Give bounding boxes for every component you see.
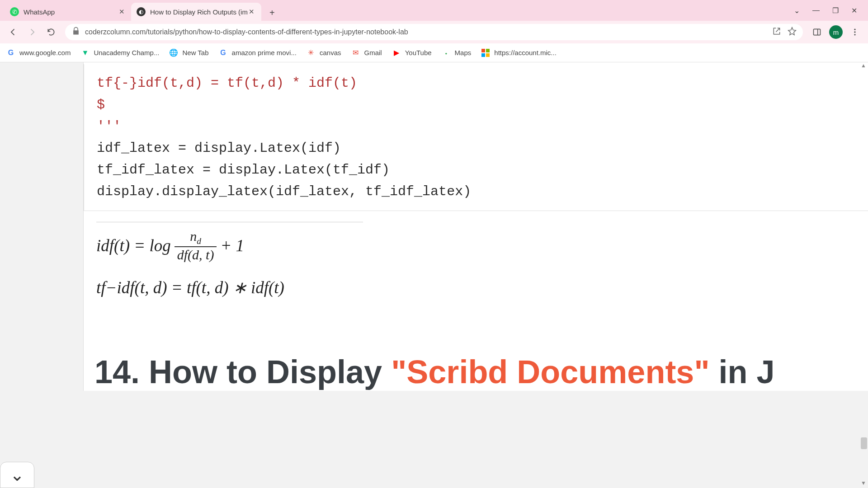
notebook-area: tf{-}idf(t,d) = tf(t,d) * idf(t) $ ''' i… <box>83 62 868 391</box>
bookmark-youtube[interactable]: ▶YouTube <box>392 48 432 57</box>
tab-article[interactable]: ◐ How to Display Rich Outputs (im ✕ <box>131 3 261 21</box>
expand-panel-button[interactable]: ⌄ <box>0 462 34 488</box>
minimize-icon[interactable]: — <box>812 6 820 14</box>
google-icon: G <box>6 48 15 57</box>
svg-point-2 <box>854 29 855 30</box>
bookmark-bar: Gwww.google.com ▼Unacademy Champ... 🌐New… <box>0 43 868 62</box>
svg-point-3 <box>854 31 855 33</box>
url-bar[interactable]: coderzcolumn.com/tutorials/python/how-to… <box>65 24 803 40</box>
page-left-margin <box>0 62 83 488</box>
code-cell: tf{-}idf(t,d) = tf(t,d) * idf(t) $ ''' i… <box>84 64 868 211</box>
bookmark-maps[interactable]: ⬩Maps <box>442 48 472 57</box>
close-icon[interactable]: ✕ <box>118 8 126 16</box>
new-tab-button[interactable]: + <box>264 5 280 21</box>
code-line: idf_latex = display.Latex(idf) <box>97 137 855 159</box>
svg-rect-7 <box>481 53 485 57</box>
code-line: $ <box>97 94 855 116</box>
window-controls: ⌄ — ❐ ✕ <box>794 0 868 21</box>
profile-avatar[interactable]: m <box>829 25 843 39</box>
section-heading: 14. How to Display "Scribd Documents" in… <box>84 326 868 391</box>
svg-rect-8 <box>486 53 490 57</box>
svg-rect-6 <box>486 49 490 52</box>
bookmark-amazon[interactable]: Gamazon prime movi... <box>219 48 297 57</box>
bookmark-microsoft[interactable]: https://account.mic... <box>481 48 557 57</box>
bookmark-gmail[interactable]: ✉Gmail <box>351 48 382 57</box>
code-line: display.display_latex(idf_latex, tf_idf_… <box>97 181 855 202</box>
math-equation-1: idf(t) = log nd df(d, t) + 1 <box>96 229 855 263</box>
scroll-thumb[interactable] <box>861 437 867 449</box>
tab-title: WhatsApp <box>24 8 118 16</box>
code-line: ''' <box>97 116 855 137</box>
youtube-icon: ▶ <box>392 48 401 57</box>
reload-button[interactable] <box>43 24 59 40</box>
gmail-icon: ✉ <box>351 48 360 57</box>
maps-icon: ⬩ <box>442 48 451 57</box>
page-content: tf{-}idf(t,d) = tf(t,d) * idf(t) $ ''' i… <box>0 62 868 488</box>
menu-icon[interactable] <box>847 24 863 40</box>
svg-rect-0 <box>814 29 821 35</box>
output-divider <box>96 222 363 222</box>
whatsapp-icon: ✆ <box>10 7 19 16</box>
svg-rect-5 <box>481 49 485 52</box>
bookmark-newtab[interactable]: 🌐New Tab <box>169 48 208 57</box>
tab-search-icon[interactable]: ⌄ <box>794 6 800 15</box>
url-text: coderzcolumn.com/tutorials/python/how-to… <box>85 28 772 36</box>
site-icon: ◐ <box>137 7 146 16</box>
bookmark-unacademy[interactable]: ▼Unacademy Champ... <box>80 48 159 57</box>
sidepanel-icon[interactable] <box>809 24 825 40</box>
math-equation-2: tf−idf(t, d) = tf(t, d) ∗ idf(t) <box>96 278 855 297</box>
tab-whatsapp[interactable]: ✆ WhatsApp ✕ <box>5 3 131 21</box>
google-icon: G <box>219 48 228 57</box>
tab-bar: ✆ WhatsApp ✕ ◐ How to Display Rich Outpu… <box>0 0 868 21</box>
close-icon[interactable]: ✕ <box>248 8 256 16</box>
output-cell: idf(t) = log nd df(d, t) + 1 tf−idf(t, d… <box>84 211 868 326</box>
code-line: tf{-}idf(t,d) = tf(t,d) * idf(t) <box>97 72 855 94</box>
unacademy-icon: ▼ <box>80 48 90 57</box>
star-icon[interactable] <box>788 27 797 38</box>
scrollbar[interactable]: ▲ ▼ <box>860 62 867 488</box>
scroll-up-icon[interactable]: ▲ <box>860 62 867 70</box>
canvas-icon: ✳ <box>307 48 316 57</box>
microsoft-icon <box>481 48 490 57</box>
scroll-down-icon[interactable]: ▼ <box>860 480 867 488</box>
forward-button[interactable] <box>24 24 40 40</box>
lock-icon <box>71 27 80 38</box>
nav-bar: coderzcolumn.com/tutorials/python/how-to… <box>0 21 868 43</box>
share-icon[interactable] <box>772 27 781 38</box>
chevron-down-icon: ⌄ <box>10 465 24 485</box>
bookmark-google[interactable]: Gwww.google.com <box>6 48 71 57</box>
tab-title: How to Display Rich Outputs (im <box>150 8 248 16</box>
code-line: tf_idf_latex = display.Latex(tf_idf) <box>97 159 855 181</box>
svg-point-4 <box>854 34 855 35</box>
globe-icon: 🌐 <box>169 48 178 57</box>
window-close-icon[interactable]: ✕ <box>851 6 857 15</box>
maximize-icon[interactable]: ❐ <box>832 6 839 15</box>
back-button[interactable] <box>5 24 21 40</box>
bookmark-canvas[interactable]: ✳canvas <box>307 48 341 57</box>
